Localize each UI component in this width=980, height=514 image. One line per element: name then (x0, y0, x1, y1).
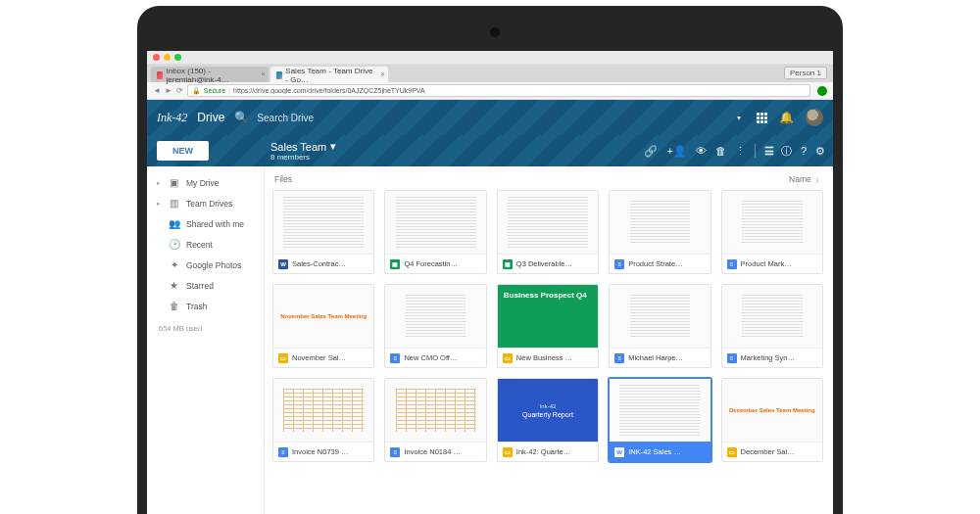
file-card[interactable]: Ink-42Quarterly Report▭Ink-42: Quarte… (497, 378, 599, 462)
lock-icon: 🔒 (192, 87, 201, 95)
drive-favicon-icon (276, 71, 282, 79)
toolbar-actions: 🔗 +👤 👁 🗑 ⋮ ☰ ⓘ ? ⚙ (644, 144, 833, 159)
sidebar-item-icon: 👥 (169, 218, 179, 229)
sidebar-item-starred[interactable]: ★Starred (147, 275, 264, 296)
file-type-icon: ≡ (727, 259, 737, 269)
browser-tab-drive[interactable]: Sales Team - Team Drive - Go… × (270, 67, 388, 82)
file-card[interactable]: ≡New CMO Off… (384, 284, 486, 368)
file-thumbnail: Ink-42Quarterly Report (498, 379, 598, 442)
sidebar-item-label: Google Photos (186, 260, 241, 270)
get-link-icon[interactable]: 🔗 (644, 145, 658, 158)
reload-icon[interactable]: ⟳ (176, 86, 183, 95)
file-thumbnail (273, 191, 373, 254)
sidebar-item-google-photos[interactable]: ✦Google Photos (147, 255, 264, 275)
storage-quota: 654 MB used (147, 316, 264, 341)
file-name: INK-42 Sales … (628, 447, 681, 456)
file-card[interactable]: ≡Product Strate… (609, 190, 710, 274)
file-footer: ≡Product Strate… (610, 254, 710, 273)
file-thumbnail (610, 285, 710, 348)
sidebar-item-team-drives[interactable]: ▸▥Team Drives (147, 193, 264, 213)
extension-icon[interactable] (817, 86, 827, 96)
maximize-window-icon[interactable] (174, 54, 181, 61)
close-window-icon[interactable] (153, 54, 160, 61)
file-thumbnail: December Sales Team Meeting (722, 379, 822, 442)
file-card[interactable]: ▦Q3 Deliverable… (497, 190, 599, 274)
file-footer: ≡New CMO Off… (385, 348, 485, 367)
drive-subheader: NEW Sales Team ▾ 8 members 🔗 +👤 👁 🗑 ⋮ ☰ … (147, 135, 833, 166)
list-view-icon[interactable]: ☰ (764, 145, 772, 158)
sidebar: ▸▣My Drive▸▥Team Drives👥Shared with me🕑R… (147, 166, 265, 514)
file-name: Ink-42: Quarte… (516, 447, 570, 456)
notifications-icon[interactable]: 🔔 (779, 111, 794, 124)
file-thumbnail (385, 379, 485, 442)
search-bar[interactable]: 🔍 Search Drive ▾ (234, 107, 747, 128)
file-card[interactable]: WINK-42 Sales … (609, 378, 710, 462)
drive-header: Ink-42 Drive 🔍 Search Drive ▾ 🔔 (147, 100, 833, 135)
delete-icon[interactable]: 🗑 (715, 145, 726, 157)
close-tab-icon[interactable]: × (380, 70, 385, 78)
help-icon[interactable]: ? (801, 145, 807, 157)
forward-icon[interactable]: ► (165, 86, 172, 95)
brand-logo[interactable]: Ink-42 (157, 111, 187, 125)
file-card[interactable]: November Sales Team Meeting▭November Sal… (272, 284, 374, 368)
file-card[interactable]: ≡Invoice N0184 … (384, 378, 486, 462)
file-footer: ≡Invoice N0184 … (385, 442, 485, 461)
product-name: Drive (197, 111, 224, 124)
sidebar-item-label: My Drive (186, 178, 220, 188)
sidebar-item-my-drive[interactable]: ▸▣My Drive (147, 172, 264, 193)
info-icon[interactable]: ⓘ (781, 144, 792, 159)
file-thumbnail (610, 191, 710, 254)
file-type-icon: ▭ (727, 447, 737, 457)
file-footer: WSales-Contrac… (273, 254, 373, 273)
file-name: Invoice N0739 … (292, 447, 349, 456)
sidebar-item-label: Trash (186, 302, 207, 311)
file-name: Q3 Deliverable… (516, 259, 572, 268)
file-card[interactable]: ▦Q4 Forecastin… (384, 190, 486, 274)
new-button[interactable]: NEW (157, 141, 209, 161)
folder-title-block[interactable]: Sales Team ▾ 8 members (265, 140, 644, 162)
file-type-icon: ≡ (727, 353, 737, 363)
sidebar-item-shared-with-me[interactable]: 👥Shared with me (147, 213, 264, 234)
search-options-caret-icon[interactable]: ▾ (737, 114, 741, 122)
more-options-icon[interactable]: ⋮ (735, 145, 746, 158)
add-member-icon[interactable]: +👤 (666, 145, 686, 158)
apps-grid-icon[interactable] (757, 113, 767, 123)
file-card[interactable]: ≡Michael Harpe… (609, 284, 710, 368)
browser-tab-inbox[interactable]: Inbox (150) - jeremiah@ink-4… × (151, 67, 269, 82)
account-avatar[interactable] (806, 109, 823, 126)
sidebar-item-label: Recent (186, 240, 213, 250)
close-tab-icon[interactable]: × (261, 70, 266, 78)
file-type-icon: W (278, 259, 288, 269)
sidebar-item-recent[interactable]: 🕑Recent (147, 234, 264, 255)
file-footer: ≡Michael Harpe… (610, 348, 710, 367)
file-name: Marketing Syn… (741, 353, 795, 362)
file-card[interactable]: WSales-Contrac… (272, 190, 374, 274)
minimize-window-icon[interactable] (164, 54, 171, 61)
file-name: December Sal… (741, 447, 795, 456)
file-card[interactable]: ≡Marketing Syn… (721, 284, 823, 368)
back-icon[interactable]: ◄ (153, 86, 161, 95)
sidebar-item-trash[interactable]: 🗑Trash (147, 296, 264, 316)
file-name: Product Strate… (628, 259, 682, 268)
file-card[interactable]: December Sales Team Meeting▭December Sal… (721, 378, 823, 462)
members-count: 8 members (270, 153, 644, 162)
secure-label: Secure (204, 87, 225, 94)
file-footer: ▭Ink-42: Quarte… (498, 442, 598, 461)
file-card[interactable]: ≡Product Mark… (721, 190, 823, 274)
sort-control[interactable]: Name ↓ (789, 174, 819, 184)
file-name: Q4 Forecastin… (404, 259, 458, 268)
url-field[interactable]: 🔒 Secure | https://drive.google.com/driv… (187, 84, 810, 97)
file-thumbnail (385, 285, 485, 348)
expand-caret-icon: ▸ (157, 200, 162, 208)
browser-profile-chip[interactable]: Person 1 (784, 67, 827, 79)
file-name: Sales-Contrac… (292, 259, 346, 268)
settings-icon[interactable]: ⚙ (815, 145, 825, 158)
preview-icon[interactable]: 👁 (696, 145, 707, 157)
file-card[interactable]: ≡Invoice N0739 … (272, 378, 374, 462)
file-card[interactable]: Business Prospect Q4▭New Business … (497, 284, 599, 368)
sidebar-item-label: Starred (186, 281, 214, 291)
file-footer: ≡Invoice N0739 … (273, 442, 373, 461)
content-area: Files Name ↓ WSales-Contrac…▦Q4 Forecast… (265, 166, 833, 514)
gmail-favicon-icon (157, 71, 163, 79)
divider (755, 144, 756, 158)
